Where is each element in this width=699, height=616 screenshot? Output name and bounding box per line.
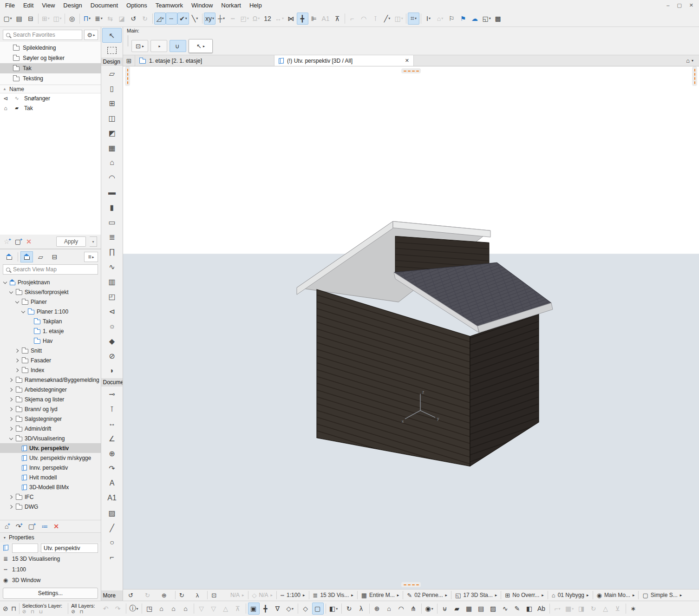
door-tool[interactable]: ▯ [102,81,122,96]
chevron-right-icon[interactable] [9,407,13,412]
corner-window-tool[interactable]: ◫ [102,111,122,125]
trim-button[interactable]: ⌐ [346,13,358,25]
find-select-button[interactable]: ◎ [66,13,78,25]
redo-button[interactable]: ↻ [139,13,151,25]
grid-system-button[interactable]: ▦▾ [564,603,575,615]
tab-1-etasje[interactable]: 1. etasje [2. 1. etasje] [135,55,274,66]
menu-help[interactable]: Help [245,1,266,9]
3d-window-settings-button[interactable]: ▣ [248,603,260,615]
menu-design[interactable]: Design [59,1,86,9]
guide-lines-button[interactable]: ┄ [166,13,177,25]
chevron-down-icon[interactable] [21,309,26,314]
3d-navigation-button[interactable]: ╋ [260,603,272,615]
tree-item-planer[interactable]: Planer [0,297,101,307]
pen-sets-button[interactable]: ◧ [524,603,536,615]
favorite-item[interactable]: ⊲ ∿ Snøfanger [0,93,101,103]
level-button[interactable]: ⊼ [332,13,343,25]
grid-snap-button[interactable]: ┼▾ [216,13,227,25]
restore-button[interactable]: ▢ [677,2,681,8]
chevron-down-icon[interactable] [15,300,20,304]
nav-forward-button[interactable]: ↻ [142,590,158,600]
tree-item-dwg[interactable]: DWG [0,502,101,511]
split-button[interactable]: ╱▾ [381,13,393,25]
tree-item-takplan[interactable]: Takplan [0,316,101,326]
scrollbar-handle-right[interactable] [692,66,697,86]
selection-memory-button[interactable]: ▸ [150,40,167,52]
chevron-right-icon[interactable] [15,368,20,373]
redo-small-button[interactable]: ↷ [112,603,124,615]
model-view-options-chip[interactable]: ▦Entire M...▸ [358,590,403,600]
menu-file[interactable]: File [1,1,19,9]
fit-in-window-button[interactable]: ⊡ [208,590,224,600]
show-all-icon[interactable]: ⊘ [71,609,75,614]
curtain-grid-tool[interactable]: ▥ [102,274,122,289]
zoom-level-chip[interactable]: N/A▸ [225,590,248,600]
look-to-button[interactable]: ⊕ [372,603,383,615]
favorites-settings-button[interactable]: ⚙▸ [84,30,98,40]
level-dimension-tool[interactable]: ⊕ [102,446,122,461]
apply-button[interactable]: Apply [56,236,86,247]
elevation-tool[interactable]: ⊺ [102,401,122,416]
tree-item-hvit-modell[interactable]: Hvit modell [0,472,101,482]
skylight-tool[interactable]: ◩ [102,125,122,140]
tree-item-planer-1-100[interactable]: Planer 1:100 [0,307,101,316]
section-tool[interactable]: ⊸ [102,387,122,401]
edit-selection-button[interactable]: ⌗▾ [408,13,419,25]
renovation-status-chip[interactable]: ◉Main Mo...▸ [594,590,638,600]
hide-layer-icon[interactable]: ⊘ [22,609,26,614]
properties-header[interactable]: ▾ Properties [0,532,101,542]
frame-view-button[interactable]: ◱▾ [481,13,492,25]
view-map-button[interactable] [20,251,33,262]
filter-3d-button[interactable]: ∇ [272,603,284,615]
palette-handle[interactable] [128,35,128,46]
favorite-folder-selected[interactable]: Tak [0,63,101,73]
arrow-tool-button[interactable]: ↖▸ [189,39,213,53]
stretch-button[interactable]: ⋈ [285,13,297,25]
elevate-button[interactable]: △ [600,603,612,615]
new-viewpoint-button[interactable]: ⌂+ [5,523,10,530]
chevron-right-icon[interactable] [15,348,20,353]
orbit-3d-button[interactable]: ↻ [344,603,355,615]
favorite-folder[interactable]: Søyler og bjelker [0,53,101,63]
scrollbar-handle-left[interactable] [125,66,130,86]
favorite-folder[interactable]: Teksting [0,73,101,84]
explore-button[interactable]: λ [193,590,207,600]
pick-surface-button[interactable]: ⊎ [439,603,451,615]
tree-item-3d-visualisering[interactable]: 3D/Visualisering [0,433,101,443]
fillet-button[interactable]: ◠ [358,13,370,25]
tree-item-rammesoknad[interactable]: Rammesøknad/Byggemelding [0,375,101,385]
issue-manager-button[interactable]: ⚑ [457,13,469,25]
publisher-button[interactable]: ⊟ [48,251,61,262]
menu-document[interactable]: Document [86,1,122,9]
new-button[interactable]: ▢▾ [2,13,13,25]
window-tool[interactable]: ⊞ [102,96,122,111]
bimcloud-button[interactable]: ☁ [469,13,481,25]
opening-tool[interactable]: ⊘ [102,348,122,363]
graphic-override-chip[interactable]: ⊞No Overr...▸ [502,590,547,600]
marquee-memory-button[interactable]: ⊡▸ [131,40,148,52]
fill-tool[interactable]: ▨ [102,505,122,520]
layer-combination-chip[interactable]: ≣15 3D Vis...▸ [310,590,357,600]
marker-down-button[interactable]: ▽ [196,603,208,615]
marker-top-button[interactable]: ⊼ [232,603,244,615]
save-current-view-button[interactable]: ⌂ [156,603,168,615]
circle-tool[interactable]: ○ [102,535,122,550]
layout-book-button[interactable]: ▱ [34,251,47,262]
scale-chip[interactable]: ┉1:100▸ [277,590,308,600]
undo-button[interactable]: ↺ [128,13,139,25]
nav-back-button[interactable]: ↺ [125,590,141,600]
flag-button[interactable]: ⚐ [446,13,457,25]
navigator-menu-button[interactable]: ≡▸ [84,252,98,262]
delete-view-button[interactable]: ✕ [53,523,59,530]
surfaces-button[interactable]: ▦ [464,603,475,615]
align-button[interactable]: ⊫ [308,13,320,25]
element-info-button[interactable]: ⓘ▾ [128,603,140,615]
pen-set-chip[interactable]: ✎02 Penne...▸ [404,590,451,600]
tree-item-brann-og-lyd[interactable]: Brann/ og lyd [0,404,101,414]
toolbox-group-more[interactable]: More [101,590,123,601]
tree-item-3d-modell-bimx[interactable]: 3D-Modell BIMx [0,482,101,492]
view-id-field[interactable] [12,544,38,553]
renovation-filter-chip[interactable]: ⌂01 Nybygg▸ [549,590,592,600]
dimension-style-chip[interactable]: ◱17 3D Sta...▸ [452,590,500,600]
tree-item-innv-perspektiv[interactable]: Innv. perspektiv [0,463,101,472]
